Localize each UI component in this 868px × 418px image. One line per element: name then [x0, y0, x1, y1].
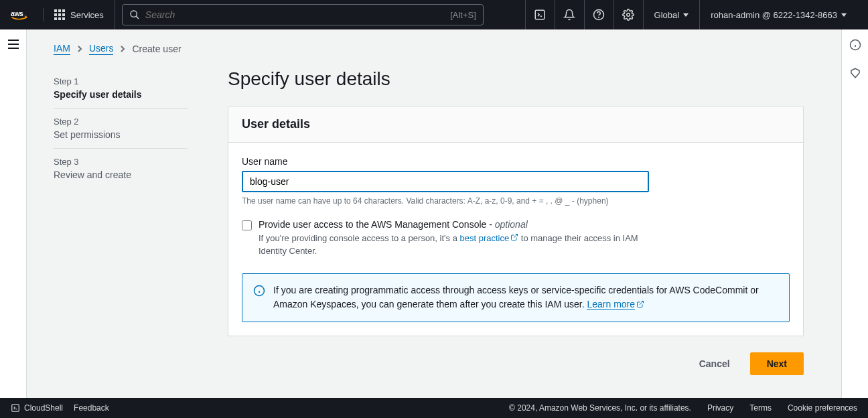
terminal-icon: [11, 403, 20, 413]
caret-down-icon: [841, 13, 847, 17]
terminal-icon: [534, 9, 546, 21]
breadcrumb-current: Create user: [132, 44, 181, 54]
hamburger-icon: [7, 39, 19, 50]
cloudshell-button[interactable]: CloudShell: [11, 403, 63, 413]
svg-point-1: [131, 11, 137, 17]
settings-button[interactable]: [613, 0, 643, 29]
privacy-link[interactable]: Privacy: [707, 403, 733, 413]
console-access-sub: If you're providing console access to a …: [259, 232, 647, 257]
page-title: Specify user details: [228, 68, 804, 90]
console-access-label: Provide user access to the AWS Managemen…: [259, 219, 647, 230]
cancel-button[interactable]: Cancel: [689, 353, 741, 374]
main-panel: Specify user details User details User n…: [228, 68, 804, 375]
terms-link[interactable]: Terms: [749, 403, 772, 413]
svg-text:aws: aws: [11, 10, 23, 17]
copyright: © 2024, Amazon Web Services, Inc. or its…: [509, 403, 691, 413]
step-num: Step 3: [54, 157, 188, 167]
info-text: If you are creating programmatic access …: [273, 283, 778, 312]
svg-line-15: [640, 301, 644, 305]
step-title: Set permissions: [54, 129, 188, 140]
top-nav: aws Services [Alt+S] Global rohan-admin …: [0, 0, 868, 29]
account-selector[interactable]: rohan-admin @ 6222-1342-8663: [699, 0, 857, 29]
step-3: Step 3 Review and create: [54, 149, 188, 188]
step-2: Step 2 Set permissions: [54, 109, 188, 149]
external-link-icon: [636, 298, 644, 312]
region-label: Global: [654, 10, 680, 20]
wizard-steps: Step 1 Specify user details Step 2 Set p…: [54, 68, 188, 375]
history-panel-toggle[interactable]: [849, 67, 861, 82]
account-label: rohan-admin @ 6222-1342-8663: [711, 10, 837, 20]
help-icon: [593, 9, 605, 21]
shield-icon: [849, 67, 861, 79]
search-box[interactable]: [Alt+S]: [122, 4, 484, 25]
chevron-right-icon: [120, 45, 125, 53]
breadcrumb: IAM Users Create user: [54, 43, 814, 55]
cloudshell-icon-button[interactable]: [525, 0, 555, 29]
step-1[interactable]: Step 1 Specify user details: [54, 68, 188, 109]
svg-point-6: [599, 17, 599, 17]
user-details-card: User details User name The user name can…: [228, 106, 804, 336]
info-icon: [253, 285, 265, 299]
next-button[interactable]: Next: [750, 352, 804, 375]
step-num: Step 2: [54, 117, 188, 127]
username-input[interactable]: [242, 171, 649, 192]
card-title: User details: [242, 117, 790, 131]
svg-line-2: [136, 16, 139, 19]
cookie-link[interactable]: Cookie preferences: [788, 403, 857, 413]
info-icon: [849, 39, 861, 51]
gear-icon: [622, 9, 634, 21]
learn-more-link[interactable]: Learn more: [587, 299, 635, 310]
console-access-checkbox[interactable]: [242, 220, 252, 230]
step-num: Step 1: [54, 76, 188, 86]
search-shortcut: [Alt+S]: [450, 10, 476, 20]
search-input[interactable]: [145, 9, 450, 20]
footer: CloudShell Feedback © 2024, Amazon Web S…: [0, 398, 868, 418]
external-link-icon: [510, 232, 518, 245]
breadcrumb-iam[interactable]: IAM: [54, 43, 70, 55]
info-panel-toggle[interactable]: [849, 39, 861, 54]
content-area: IAM Users Create user Step 1 Specify use…: [27, 29, 841, 398]
info-box: If you are creating programmatic access …: [242, 273, 790, 322]
chevron-right-icon: [77, 45, 82, 53]
services-label: Services: [70, 10, 104, 20]
grid-icon: [54, 9, 65, 20]
help-button[interactable]: [584, 0, 613, 29]
right-rail: [841, 29, 868, 398]
bell-icon: [563, 9, 575, 21]
aws-logo[interactable]: aws: [11, 8, 44, 21]
best-practice-link[interactable]: best practice: [460, 233, 510, 243]
region-selector[interactable]: Global: [643, 0, 700, 29]
step-title: Review and create: [54, 169, 188, 180]
services-button[interactable]: Services: [44, 0, 115, 29]
feedback-link[interactable]: Feedback: [74, 403, 109, 413]
search-icon: [129, 9, 140, 20]
svg-line-11: [514, 234, 518, 238]
username-hint: The user name can have up to 64 characte…: [242, 196, 790, 206]
left-rail: [0, 29, 27, 398]
menu-toggle[interactable]: [7, 39, 19, 52]
username-label: User name: [242, 156, 790, 167]
step-title: Specify user details: [54, 89, 188, 100]
button-row: Cancel Next: [228, 352, 804, 375]
cloudshell-label: CloudShell: [24, 403, 63, 413]
notifications-button[interactable]: [555, 0, 584, 29]
svg-marker-19: [851, 68, 859, 78]
breadcrumb-users[interactable]: Users: [89, 43, 114, 55]
card-header: User details: [228, 107, 803, 143]
svg-point-7: [627, 13, 630, 17]
caret-down-icon: [683, 13, 689, 17]
